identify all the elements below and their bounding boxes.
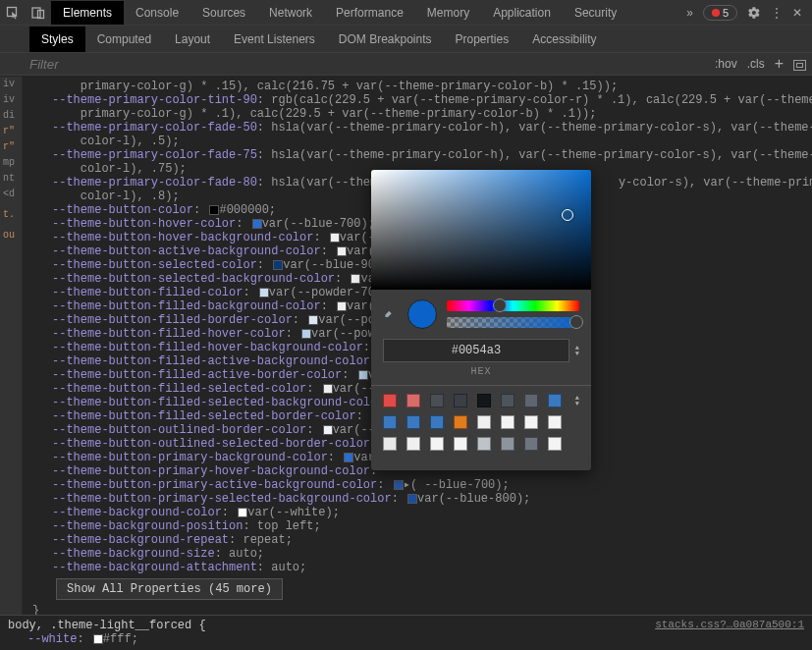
color-format-label: HEX	[371, 366, 591, 377]
source-link[interactable]: stacks.css?…0a087a500:1	[655, 619, 804, 630]
css-declaration-line[interactable]: primary-color-g) * .15), calc(216.75 + v…	[52, 80, 804, 93]
svg-rect-1	[32, 8, 40, 18]
css-declaration-line[interactable]: --theme-primary-color-tint-90: rgb(calc(…	[52, 93, 804, 107]
gutter-fragment: ou	[0, 228, 22, 243]
gutter-fragment	[0, 223, 22, 227]
styles-filter-bar: :hov .cls +	[0, 52, 812, 76]
show-all-properties-button[interactable]: Show All Properties (45 more)	[56, 578, 283, 600]
palette-swatch[interactable]	[501, 415, 514, 429]
format-switcher-stepper[interactable]: ▲▼	[575, 345, 579, 356]
hue-slider[interactable]	[447, 300, 579, 311]
palette-swatch[interactable]	[383, 437, 397, 451]
styles-subtab-dom-breakpoints[interactable]: DOM Breakpoints	[327, 27, 444, 52]
palette-swatch[interactable]	[477, 415, 491, 429]
styles-subtab-layout[interactable]: Layout	[163, 27, 222, 52]
error-dot-icon	[712, 9, 720, 17]
gutter-fragment: r"	[0, 124, 22, 138]
alpha-thumb[interactable]	[569, 315, 583, 329]
color-hex-input[interactable]	[383, 339, 569, 362]
styles-subtab-computed[interactable]: Computed	[85, 27, 163, 52]
css-declaration-line[interactable]: primary-color-g) * .1), calc(229.5 + var…	[52, 107, 804, 121]
inspect-element-icon[interactable]	[0, 6, 26, 20]
palette-row	[383, 415, 579, 429]
devtools-tab-memory[interactable]: Memory	[415, 1, 481, 25]
css-declaration-line[interactable]: --theme-button-primary-selected-backgrou…	[52, 492, 804, 506]
rule-closing-brace: }	[32, 604, 804, 615]
devtools-tab-application[interactable]: Application	[481, 1, 563, 25]
palette-swatch[interactable]	[430, 394, 444, 407]
styles-subtab-event-listeners[interactable]: Event Listeners	[222, 27, 327, 52]
device-toolbar-icon[interactable]	[26, 6, 51, 20]
palette-row	[383, 437, 579, 451]
gutter-fragment: <d	[0, 187, 22, 201]
palette-swatch[interactable]	[548, 415, 562, 429]
devtools-tab-elements[interactable]: Elements	[51, 1, 124, 25]
toggle-cls-button[interactable]: .cls	[747, 57, 765, 71]
more-panels-icon[interactable]: »	[686, 6, 693, 20]
toggle-computed-sidebar-icon[interactable]	[793, 57, 806, 71]
gutter-fragment: r"	[0, 139, 22, 154]
gutter-fragment: t.	[0, 207, 22, 222]
alpha-slider[interactable]	[447, 317, 579, 328]
devtools-tab-security[interactable]: Security	[563, 1, 628, 25]
palette-swatch[interactable]	[430, 415, 444, 429]
palette-swatch[interactable]	[477, 437, 491, 451]
new-style-rule-icon[interactable]: +	[775, 58, 784, 70]
palette-switcher-stepper[interactable]: ▲▼	[575, 395, 579, 406]
styles-sub-tabs: StylesComputedLayoutEvent ListenersDOM B…	[0, 26, 812, 52]
gutter-fragment: mp	[0, 155, 22, 170]
current-color-swatch	[407, 299, 437, 329]
hue-thumb[interactable]	[493, 298, 507, 312]
styles-filter-input[interactable]	[29, 57, 226, 72]
gutter-fragment: iv	[0, 92, 22, 107]
devtools-tab-performance[interactable]: Performance	[324, 1, 415, 25]
css-declaration-line[interactable]: --theme-background-color: var(--white);	[52, 506, 804, 519]
error-count-value: 5	[723, 7, 729, 19]
css-declaration-line[interactable]: --theme-primary-color-fade-50: hsla(var(…	[52, 121, 804, 135]
close-devtools-icon[interactable]: ✕	[792, 6, 802, 20]
error-count-badge[interactable]: 5	[703, 5, 737, 21]
palette-swatch[interactable]	[406, 394, 420, 407]
palette-swatch[interactable]	[454, 437, 467, 451]
palette-swatch[interactable]	[477, 394, 491, 407]
palette-swatch[interactable]	[454, 394, 467, 407]
gutter-fragment: nt	[0, 171, 22, 186]
palette-swatch[interactable]	[524, 394, 538, 407]
main-panel-tabs: ElementsConsoleSourcesNetworkPerformance…	[0, 0, 812, 26]
palette-swatch[interactable]	[548, 394, 562, 407]
css-declaration-line[interactable]: --theme-background-repeat: repeat;	[52, 533, 804, 547]
palette-swatch[interactable]	[548, 437, 562, 451]
palette-swatch[interactable]	[501, 437, 514, 451]
devtools-tab-network[interactable]: Network	[257, 1, 324, 25]
gutter-fragment	[0, 202, 22, 206]
devtools-tab-console[interactable]: Console	[124, 1, 190, 25]
gutter-fragment: di	[0, 108, 22, 123]
css-declaration-line[interactable]: color-l), .5);	[52, 135, 804, 148]
toggle-hov-button[interactable]: :hov	[715, 57, 737, 71]
styles-subtab-properties[interactable]: Properties	[444, 27, 521, 52]
palette-swatch[interactable]	[406, 415, 420, 429]
palette-swatch[interactable]	[524, 415, 538, 429]
rule-selector[interactable]: body, .theme-light__forced {	[8, 619, 206, 632]
settings-gear-icon[interactable]	[747, 6, 761, 20]
palette-swatch[interactable]	[406, 437, 420, 451]
palette-swatch[interactable]	[524, 437, 538, 451]
styles-subtab-accessibility[interactable]: Accessibility	[520, 27, 608, 52]
palette-swatch[interactable]	[454, 415, 467, 429]
next-rule-section: stacks.css?…0a087a500:1 body, .theme-lig…	[0, 615, 812, 650]
palette-swatch[interactable]	[383, 394, 397, 407]
eyedropper-icon[interactable]	[383, 307, 398, 322]
palette-swatch[interactable]	[501, 394, 514, 407]
kebab-menu-icon[interactable]: ⋮	[771, 6, 783, 20]
palette-swatch[interactable]	[383, 415, 397, 429]
css-declaration-line[interactable]: --theme-background-size: auto;	[52, 547, 804, 561]
css-declaration-line[interactable]: --theme-background-attachment: auto;	[52, 561, 804, 574]
palette-swatch[interactable]	[430, 437, 444, 451]
css-declaration-line[interactable]: --theme-background-position: top left;	[52, 519, 804, 533]
color-spectrum-field[interactable]	[371, 170, 591, 290]
styles-subtab-styles[interactable]: Styles	[29, 27, 85, 52]
css-declaration-line[interactable]: --theme-button-primary-active-background…	[52, 478, 804, 492]
spectrum-handle[interactable]	[562, 209, 573, 221]
devtools-tab-sources[interactable]: Sources	[190, 1, 257, 25]
css-declaration-line[interactable]: --theme-primary-color-fade-75: hsla(var(…	[52, 148, 804, 162]
